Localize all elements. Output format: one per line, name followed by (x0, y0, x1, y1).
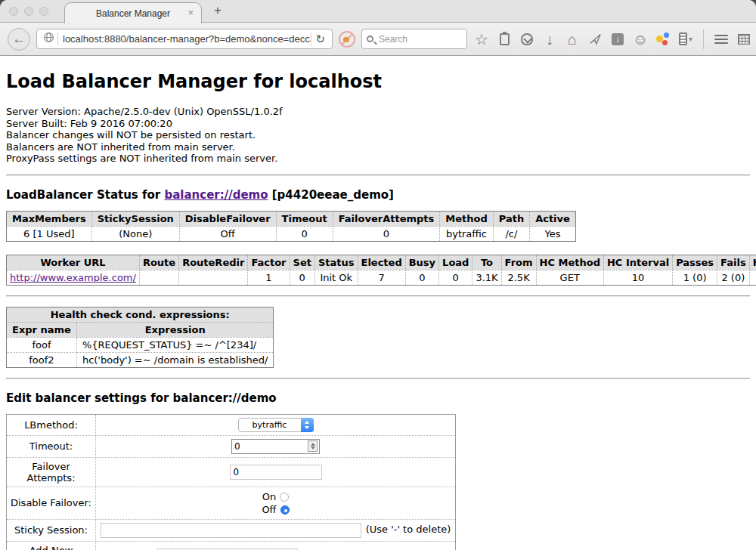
cell-busy: 0 (405, 270, 438, 285)
timeout-input[interactable] (232, 440, 308, 453)
cell-hc-uri (749, 270, 756, 285)
pocket-icon[interactable] (519, 29, 535, 49)
cell-method: bytraffic (440, 226, 493, 241)
close-window-button[interactable] (9, 7, 18, 16)
cell-set: 0 (290, 270, 314, 285)
home-icon[interactable]: ⌂ (564, 29, 581, 49)
downloads-icon[interactable]: ↓ (541, 29, 558, 49)
divider (6, 295, 750, 297)
toolbar-separator (703, 29, 704, 49)
clipboard-icon (500, 33, 510, 45)
cell-passes: 1 (0) (673, 270, 717, 285)
cell-expression: %{REQUEST_STATUS} =~ /^[234]/ (76, 337, 274, 352)
timeout-label: Timeout: (7, 435, 96, 457)
cell-hc-interval: 10 (603, 270, 672, 285)
col-route: Route (139, 255, 178, 270)
col-stickysession: StickySession (91, 211, 179, 226)
col-worker-url: Worker URL (7, 255, 140, 270)
form-row-sticky-session: Sticky Session: (Use '-' to delete) (7, 519, 456, 541)
radio-on[interactable] (280, 493, 289, 502)
multi-color-extension-icon[interactable] (655, 29, 671, 49)
cell-elected: 7 (358, 270, 405, 285)
lbmethod-select[interactable]: bytraffic (238, 418, 314, 432)
persist-note-line: Balancer changes will NOT be persisted o… (6, 129, 750, 141)
timeout-field-wrap (231, 439, 320, 454)
url-bar[interactable]: ↻ (36, 29, 333, 49)
failover-attempts-input[interactable] (230, 465, 322, 480)
battery-icon (679, 32, 687, 45)
minimize-window-button[interactable] (24, 7, 33, 16)
disable-failover-label: Disable Failover: (7, 487, 96, 519)
search-input[interactable] (377, 33, 453, 45)
divider (6, 175, 750, 176)
bookmark-star-icon[interactable]: ☆ (473, 29, 490, 49)
table-title-row: Health check cond. expressions: (7, 307, 274, 322)
feedback-smiley-icon[interactable]: ☺ (632, 29, 649, 49)
extension-download-icon[interactable]: ↓ (609, 29, 626, 49)
form-row-lbmethod: LBmethod: bytraffic (7, 414, 456, 435)
bookmarks-menu-icon[interactable] (496, 29, 513, 49)
radio-on-label: On (262, 491, 276, 502)
col-routeredir: RouteRedir (179, 255, 248, 270)
back-icon: ← (13, 32, 26, 47)
edit-balancer-heading: Edit balancer settings for balancer://de… (6, 391, 750, 405)
browser-window: Balancer Manager × + ← ↻ ☆ ↓ ⌂ ↓ (0, 0, 756, 550)
balancer-demo-link[interactable]: balancer://demo (164, 188, 268, 202)
table-row: 6 [1 Used] (None) Off 0 0 bytraffic /c/ … (7, 226, 576, 241)
radio-off-row: Off (98, 503, 453, 516)
disable-failover-cell: On Off (96, 487, 456, 519)
caret-down-icon: ▾ (689, 35, 692, 43)
timeout-cell (96, 435, 456, 457)
globe-icon (43, 32, 54, 46)
tab-balancer-manager[interactable]: Balancer Manager × (64, 2, 202, 23)
status-heading-suffix: [p4420eeae_demo] (268, 188, 394, 202)
session-manager-icon[interactable]: ▾ (677, 29, 694, 49)
hamburger-icon (714, 35, 728, 44)
col-fails: Fails (717, 255, 750, 270)
cell-expr-name: foof2 (7, 352, 77, 367)
lbmethod-label: LBmethod: (7, 414, 96, 435)
col-elected: Elected (358, 255, 405, 270)
cell-to: 3.1K (472, 270, 501, 285)
sticky-session-label: Sticky Session: (7, 519, 96, 541)
window-controls (9, 7, 48, 16)
proxypass-note-line: ProxyPass settings are NOT inherited fro… (6, 153, 750, 165)
health-check-title: Health check cond. expressions: (7, 307, 274, 322)
search-icon (367, 36, 373, 42)
cell-timeout: 0 (276, 226, 333, 241)
health-check-table: Health check cond. expressions: Expr nam… (6, 307, 274, 368)
tab-bar: Balancer Manager × + (0, 0, 756, 23)
cell-from: 2.5K (501, 270, 536, 285)
search-bar[interactable] (361, 29, 467, 49)
col-factor: Factor (248, 255, 290, 270)
sticky-session-note: (Use '-' to delete) (366, 524, 451, 535)
col-maxmembers: MaxMembers (7, 211, 92, 226)
navigation-toolbar: ← ↻ ☆ ↓ ⌂ ↓ ☺ ▾ (0, 23, 756, 56)
radio-on-row: On (98, 490, 453, 503)
col-hc-uri: HC uri (749, 255, 756, 270)
number-stepper-icon[interactable] (308, 440, 318, 452)
zoom-window-button[interactable] (39, 7, 48, 16)
new-tab-button[interactable]: + (214, 3, 222, 18)
form-row-timeout: Timeout: (7, 435, 456, 457)
menu-button[interactable] (713, 29, 730, 49)
status-heading-prefix: LoadBalancer Status for (6, 188, 164, 202)
tab-groups-button[interactable] (736, 29, 752, 49)
back-button[interactable]: ← (8, 28, 30, 51)
content-blocker-icon[interactable] (339, 31, 355, 48)
tab-close-icon[interactable]: × (187, 8, 194, 17)
worker-url-link[interactable]: http://www.example.com/ (10, 272, 136, 283)
cell-hc-method: GET (536, 270, 603, 285)
col-busy: Busy (405, 255, 438, 270)
cell-status: Init Ok (314, 270, 358, 285)
send-tab-icon[interactable] (587, 29, 603, 49)
reload-icon[interactable]: ↻ (311, 32, 329, 46)
balancer-status-table: MaxMembers StickySession DisableFailover… (6, 211, 576, 242)
lbmethod-cell: bytraffic (96, 414, 456, 435)
url-input[interactable] (63, 33, 311, 45)
col-passes: Passes (673, 255, 717, 270)
server-version-line: Server Version: Apache/2.5.0-dev (Unix) … (6, 106, 750, 118)
cell-routeredir (179, 270, 248, 285)
sticky-session-input[interactable] (101, 523, 361, 538)
radio-off[interactable] (280, 505, 290, 514)
